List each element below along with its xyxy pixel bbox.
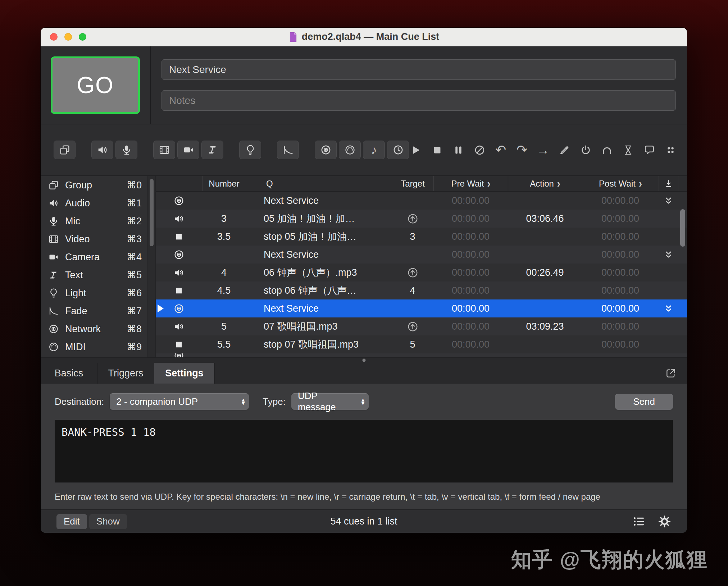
traffic-lights — [50, 28, 86, 46]
horizontal-scrollbar[interactable] — [362, 359, 365, 362]
udp-message-input[interactable]: BANK-PRESS 1 18 — [55, 420, 673, 482]
sidebar-item-camera[interactable]: Camera⌘4 — [41, 248, 147, 266]
load-button[interactable] — [558, 143, 571, 157]
type-select[interactable]: UDP message ▴▾ — [291, 393, 369, 410]
dashboard-button[interactable] — [664, 143, 677, 157]
sidebar-item-text[interactable]: Text⌘5 — [41, 266, 147, 284]
post-wait: 00:00.00 — [582, 231, 659, 242]
cue-count-status: 54 cues in 1 list — [330, 516, 397, 527]
table-scrollbar[interactable] — [680, 209, 685, 247]
action-time: 00:26.49 — [508, 267, 582, 278]
cue-row[interactable]: 406 钟声（八声）.mp300:00.0000:26.4900:00.00 — [156, 264, 687, 281]
music-cue-button[interactable]: ♪ — [363, 141, 385, 159]
cue-type — [156, 195, 202, 206]
audition-button[interactable] — [600, 143, 614, 157]
goto-button[interactable]: → — [536, 143, 550, 157]
tab-triggers[interactable]: Triggers — [97, 363, 154, 384]
target-icon — [173, 249, 185, 260]
undo-icon: ↶ — [495, 143, 506, 156]
destination-select[interactable]: 2 - companion UDP ▴▾ — [110, 393, 249, 410]
settings-panel: Destination: 2 - companion UDP ▴▾ Type: … — [41, 384, 687, 509]
target-cue-button[interactable] — [315, 141, 337, 159]
tab-settings[interactable]: Settings — [154, 363, 215, 384]
cue-row[interactable]: 5.5stop 07 歌唱祖国.mp3500:00.0000:00.00 — [156, 335, 687, 353]
post-wait: 00:00.00 — [582, 249, 659, 260]
camera-icon — [48, 251, 59, 263]
send-button[interactable]: Send — [615, 394, 673, 410]
toolbar-group — [277, 141, 299, 159]
panic-button[interactable] — [473, 143, 486, 157]
music-icon: ♪ — [371, 144, 377, 156]
midi-cue-button[interactable] — [339, 141, 361, 159]
cue-row[interactable]: 305 加油！加油！加…00:00.0003:06.4600:00.00 — [156, 210, 687, 228]
destination-label: Destination: — [55, 396, 104, 407]
stop-button[interactable] — [430, 143, 444, 157]
pause-button[interactable] — [451, 143, 465, 157]
cue-row[interactable]: Next Service00:00.0000:00.00 — [156, 246, 687, 264]
sidebar-item-fade[interactable]: Fade⌘7 — [41, 302, 147, 320]
pre-wait: 00:00.00 — [433, 231, 508, 242]
pre-wait: 00:00.00 — [433, 213, 508, 224]
edit-mode-button[interactable]: Edit — [56, 514, 87, 529]
chat-button[interactable] — [642, 143, 656, 157]
sidebar-item-midi[interactable]: MIDI⌘9 — [41, 338, 147, 356]
video-cue-button[interactable] — [153, 141, 175, 159]
cue-name-input[interactable] — [161, 59, 676, 80]
sidebar-scrollbar[interactable] — [150, 179, 154, 246]
sidebar-item-mic[interactable]: Mic⌘2 — [41, 212, 147, 230]
sidebar-item-group[interactable]: Group⌘0 — [41, 176, 147, 194]
cue-target — [392, 213, 433, 225]
post-wait: 00:00.00 — [582, 195, 659, 206]
timer-button[interactable] — [621, 143, 635, 157]
go-button[interactable]: GO — [51, 56, 140, 114]
sidebar-item-audio[interactable]: Audio⌘1 — [41, 194, 147, 212]
pop-out-icon[interactable] — [665, 367, 677, 379]
gear-icon[interactable] — [658, 515, 671, 528]
redo-icon: ↷ — [517, 143, 527, 156]
cue-type — [156, 321, 202, 332]
cue-row[interactable]: Next Service00:00.0000:00.00 — [156, 192, 687, 210]
column-header-action[interactable]: Action› — [508, 176, 582, 191]
cue-name: stop 06 钟声（八声… — [246, 284, 392, 297]
sidebar-item-label: Network — [65, 324, 127, 335]
cue-row[interactable]: Next Service00:00.0000:00.00 — [156, 299, 687, 317]
sidebar-item-network[interactable]: Network⌘8 — [41, 320, 147, 338]
play-button[interactable] — [409, 143, 423, 157]
cue-lists-icon[interactable] — [632, 515, 646, 528]
pre-wait: 00:00.00 — [433, 249, 508, 260]
group-cue-button[interactable] — [54, 141, 76, 159]
desktop: { "window": { "title": "demo2.qlab4 — Ma… — [0, 0, 728, 586]
camera-cue-button[interactable] — [177, 141, 199, 159]
cue-name: Next Service — [246, 249, 392, 260]
column-label: Q — [266, 179, 273, 189]
cue-row[interactable]: 4.5stop 06 钟声（八声…400:00.0000:00.00 — [156, 281, 687, 299]
mic-cue-button[interactable] — [115, 141, 137, 159]
light-cue-button[interactable] — [239, 141, 261, 159]
minimize-button[interactable] — [64, 33, 72, 41]
column-header-post-wait[interactable]: Post Wait› — [582, 176, 659, 191]
cue-row[interactable]: 507 歌唱祖国.mp300:00.0003:09.2300:00.00 — [156, 317, 687, 335]
sidebar-item-video[interactable]: Video⌘3 — [41, 230, 147, 248]
cue-name: 07 歌唱祖国.mp3 — [246, 320, 392, 333]
zoom-button[interactable] — [79, 33, 86, 41]
column-header-pre-wait[interactable]: Pre Wait› — [433, 176, 508, 191]
cue-target: 3 — [392, 231, 433, 242]
clock-cue-button[interactable] — [387, 141, 409, 159]
redo-button[interactable]: ↷ — [515, 143, 529, 157]
speaker-cue-button[interactable] — [91, 141, 113, 159]
sidebar-item-light[interactable]: Light⌘6 — [41, 284, 147, 302]
undo-button[interactable]: ↶ — [494, 143, 508, 157]
window-title-wrap: demo2.qlab4 — Main Cue List — [288, 31, 440, 42]
show-mode-button[interactable]: Show — [89, 514, 127, 529]
tab-basics[interactable]: Basics — [41, 363, 97, 384]
power-button[interactable] — [579, 143, 592, 157]
text-cue-button[interactable] — [201, 141, 223, 159]
close-button[interactable] — [50, 33, 58, 41]
transport-section: GO — [41, 46, 687, 124]
column-header-q: Q — [246, 176, 392, 191]
cue-type — [156, 231, 202, 242]
fade-cue-button[interactable] — [277, 141, 299, 159]
notes-input[interactable] — [161, 90, 676, 111]
cue-row[interactable]: 3.5stop 05 加油！加油…300:00.0000:00.00 — [156, 228, 687, 246]
power-icon — [580, 144, 592, 156]
